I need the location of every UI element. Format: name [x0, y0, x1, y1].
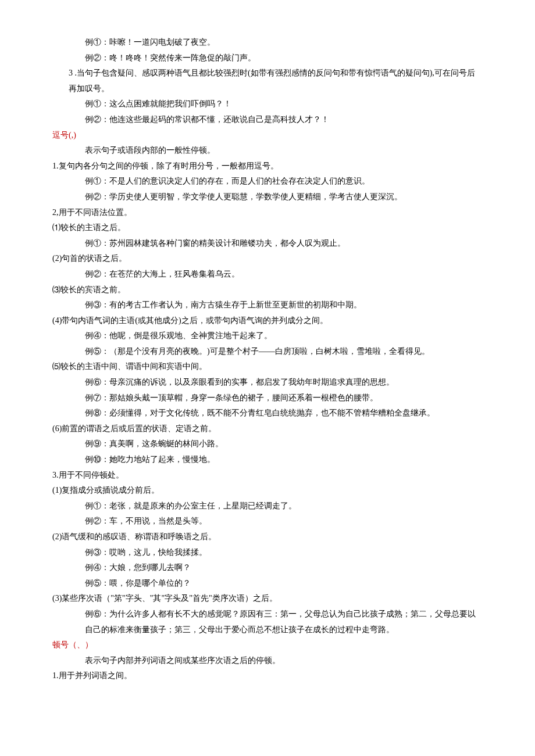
- text-line: 表示句子内部并列词语之间或某些序次语之后的停顿。: [52, 653, 483, 669]
- text-line: 例⑧：必须懂得，对于文化传统，既不能不分青红皂白统统抛弃，也不能不管精华糟粕全盘…: [52, 406, 483, 421]
- text-line: (2)语气缓和的感叹语、称谓语和呼唤语之后。: [52, 529, 483, 545]
- text-line: 例③：哎哟，这儿，快给我揉揉。: [52, 545, 483, 561]
- text-line: 例②：学历史使人更明智，学文学使人更聪慧，学数学使人更精细，学考古使人更深沉。: [52, 189, 483, 205]
- text-line: 1.复句内各分句之间的停顿，除了有时用分号，一般都用逗号。: [52, 159, 483, 174]
- text-line: ⑸较长的主语中间、谓语中间和宾语中间。: [52, 359, 483, 375]
- text-line: 例④：大娘，您到哪儿去啊？: [52, 560, 483, 576]
- text-line: 例①：苏州园林建筑各种门窗的精美设计和雕镂功夫，都令人叹为观止。: [52, 236, 483, 252]
- text-line: 表示句子或语段内部的一般性停顿。: [52, 143, 483, 159]
- text-line: (6)前置的谓语之后或后置的状语、定语之前。: [52, 421, 483, 437]
- text-line: 例③：有的考古工作者认为，南方古猿生存于上新世至更新世的初期和中期。: [52, 298, 483, 313]
- text-line: 例①：不是人们的意识决定人们的存在，而是人们的社会存在决定人们的意识。: [52, 174, 483, 189]
- text-line: 1.用于并列词语之间。: [52, 668, 483, 684]
- text-line: 2,用于不同语法位置。: [52, 205, 483, 221]
- text-line: 例①：这么点困难就能把我们吓倒吗？！: [52, 96, 483, 112]
- text-line: 逗号(,): [52, 128, 483, 144]
- text-line: 例⑥：母亲沉痛的诉说，以及亲眼看到的实事，都启发了我幼年时期追求真理的思想。: [52, 375, 483, 390]
- text-line: 例④：他呢，倒是很乐观地、全神贯注地干起来了。: [52, 328, 483, 344]
- text-line: ⑶较长的宾语之前。: [52, 282, 483, 298]
- text-line: 例②：他连这些最起码的常识都不懂，还敢说自己是高科技人才？！: [52, 112, 483, 128]
- text-line: (2)句首的状语之后。: [52, 251, 483, 267]
- text-line: 例⑨：真美啊，这条蜿蜒的林间小路。: [52, 436, 483, 452]
- text-line: 例⑤：（那是个没有月亮的夜晚。)可是整个村子——白房顶啦，白树木啦，雪堆啦，全看…: [52, 344, 483, 360]
- text-line: 例⑦：那姑娘头戴一顶草帽，身穿一条绿色的裙子，腰间还系着一根橙色的腰带。: [52, 390, 483, 406]
- text-line: (3)某些序次语（"第"字头、"其"字头及"首先"类序次语）之后。: [52, 591, 483, 607]
- text-line: 例⑤：喂，你是哪个单位的？: [52, 576, 483, 592]
- text-line: 例⑥：为什么许多人都有长不大的感觉呢？原因有三：第一，父母总认为自己比孩子成熟；…: [52, 607, 483, 637]
- text-line: 例②：在苍茫的大海上，狂风卷集着乌云。: [52, 267, 483, 282]
- document-content: 例①：咔嚓！一道闪电划破了夜空。例②：咚！咚咚！突然传来一阵急促的敲门声。3 .…: [52, 35, 483, 684]
- text-line: 例①：老张，就是原来的办公室主任，上星期已经调走了。: [52, 499, 483, 514]
- text-line: 例⑩：她吃力地站了起来，慢慢地。: [52, 452, 483, 468]
- text-line: ⑴较长的主语之后。: [52, 220, 483, 236]
- text-line: 顿号（、）: [52, 637, 483, 653]
- text-line: (1)复指成分或插说成分前后。: [52, 483, 483, 499]
- text-line: 3.用于不同停顿处。: [52, 468, 483, 483]
- text-line: 例①：咔嚓！一道闪电划破了夜空。: [52, 35, 483, 51]
- text-line: 例②：车，不用说，当然是头等。: [52, 514, 483, 529]
- text-line: (4)带句内语气词的主语(或其他成分)之后，或带句内语气询的并列成分之间。: [52, 313, 483, 329]
- text-line: 例②：咚！咚咚！突然传来一阵急促的敲门声。: [52, 51, 483, 66]
- text-line: 3 .当句子包含疑问、感叹两种语气且都比较强烈时(如带有强烈感情的反问句和带有惊…: [52, 66, 483, 96]
